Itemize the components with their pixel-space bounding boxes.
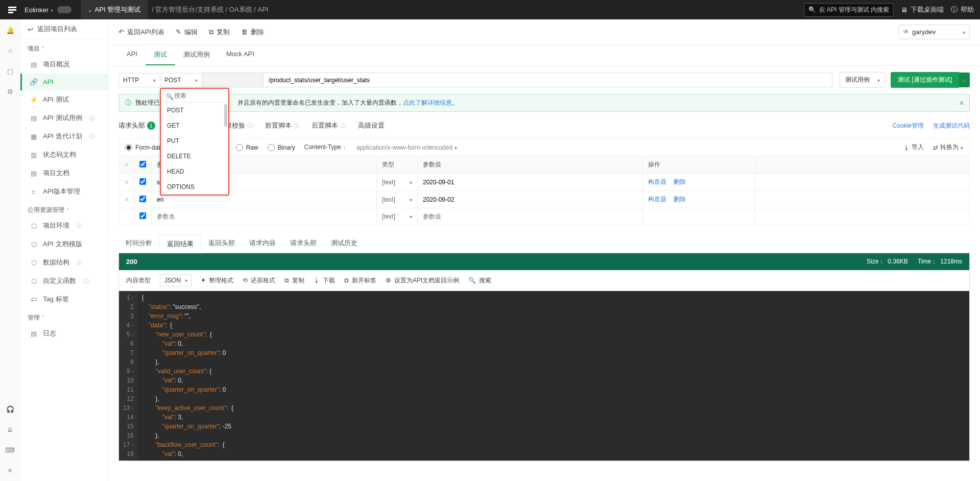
module-selector[interactable]: ⌄ API 管理与测试 <box>81 0 148 19</box>
gen-test-code-link[interactable]: 生成测试代码 <box>933 122 970 130</box>
method-search-input[interactable] <box>165 92 224 99</box>
rtab-history[interactable]: 测试历史 <box>324 234 365 253</box>
chevron-down-icon[interactable] <box>51 6 53 14</box>
star-icon[interactable]: ☆ <box>6 46 15 55</box>
tidy-button[interactable]: ✦整理格式 <box>201 276 233 285</box>
environment-select[interactable]: 👁 garydev <box>898 25 970 39</box>
run-test-split[interactable] <box>959 73 970 87</box>
method-opt-get[interactable]: GET <box>161 118 228 133</box>
edit-button[interactable]: ✎编辑 <box>176 28 198 37</box>
sidebar-item-overview[interactable]: ▤项目概况 <box>20 55 108 74</box>
url-input[interactable] <box>264 73 832 87</box>
delete-link[interactable]: 删除 <box>674 196 686 203</box>
row-check[interactable] <box>139 178 146 185</box>
rtab-result[interactable]: 返回结果 <box>159 235 201 253</box>
copy-button[interactable]: ⧉复制 <box>209 28 230 37</box>
tab-mock-api[interactable]: Mock API <box>218 45 262 65</box>
learn-more-link[interactable]: 点此了解详细信息 <box>403 99 452 107</box>
help-link[interactable]: ⓘ 帮助 <box>951 5 974 14</box>
close-icon[interactable]: ✕ <box>959 100 964 107</box>
gear-icon[interactable]: ⚙ <box>6 87 15 96</box>
ptab-advanced[interactable]: 高级设置 <box>358 118 385 133</box>
rtab-req-headers[interactable]: 请求头部 <box>283 234 324 253</box>
sidebar-item-project-docs[interactable]: ▤项目文档 <box>20 164 108 182</box>
sidebar-item-api[interactable]: 🔗API <box>20 74 108 90</box>
rtab-req-body[interactable]: 请求内容 <box>242 234 283 253</box>
delete-button[interactable]: 🗑删除 <box>241 28 264 37</box>
row-check[interactable] <box>139 212 146 219</box>
run-test-button[interactable]: 测试 [通过插件测试] <box>891 72 959 88</box>
sidebar-item-functions[interactable]: ⬡自定义函数ⓘ <box>20 272 108 290</box>
import-button[interactable]: ⭳导入 <box>903 143 924 152</box>
sidebar-item-iteration[interactable]: ▦API 迭代计划ⓘ <box>20 127 108 146</box>
radio-formdata[interactable]: Form-dat <box>125 144 160 151</box>
content-type-value[interactable]: application/x-www-form-urlencoded <box>356 144 457 151</box>
cookie-manage-link[interactable]: Cookie管理 <box>893 122 924 130</box>
radio-binary[interactable]: Binary <box>268 144 295 151</box>
method-opt-options[interactable]: OPTIONS <box>161 179 228 195</box>
response-code-area[interactable]: 1 -234 -5 -6789 -10111213 -14151617 -18 … <box>119 291 969 461</box>
check-all[interactable] <box>139 161 146 167</box>
search-button[interactable]: 🔍搜索 <box>468 276 491 285</box>
sidebar-section-public[interactable]: 公用资源管理 ˄ <box>20 201 108 217</box>
sidebar-item-logs[interactable]: ▤日志 <box>20 324 108 343</box>
param-name-input[interactable] <box>157 196 371 203</box>
method-opt-delete[interactable]: DELETE <box>161 149 228 164</box>
param-type-select[interactable]: [text] <box>382 179 412 186</box>
ptab-headers[interactable]: 请求头部1 <box>118 118 155 133</box>
param-value-input[interactable] <box>423 179 637 186</box>
method-opt-post[interactable]: POST <box>161 103 228 118</box>
drag-handle[interactable]: ≡ <box>119 191 134 208</box>
testcase-select[interactable]: 测试用例 <box>840 72 886 88</box>
menu-icon[interactable]: ≡ <box>6 466 15 475</box>
param-type-select[interactable]: [text] <box>382 213 412 220</box>
sidebar-item-env[interactable]: ⬡项目环境ⓘ <box>20 217 108 235</box>
drag-handle[interactable]: ≡ <box>119 174 134 191</box>
method-select[interactable]: POST 🔍 POST GET PUT DELETE HEAD OPTIONS <box>160 73 202 87</box>
param-value-input[interactable] <box>423 196 637 203</box>
box-icon[interactable]: ▢ <box>6 66 15 76</box>
method-opt-head[interactable]: HEAD <box>161 164 228 179</box>
row-check[interactable] <box>139 196 146 202</box>
rtab-resp-headers[interactable]: 返回头部 <box>201 234 242 253</box>
scrollbar[interactable] <box>224 104 227 127</box>
sidebar-section-admin[interactable]: 管理 ˄ <box>20 308 108 324</box>
sidebar-item-status-codes[interactable]: ▥状态码文档 <box>20 146 108 164</box>
tab-test-cases[interactable]: 测试用例 <box>175 45 218 65</box>
newtab-button[interactable]: ⧉新开标签 <box>344 276 376 285</box>
sidebar-item-test-cases[interactable]: ▤API 测试用例ⓘ <box>20 109 108 127</box>
sidebar-section-project[interactable]: 项目 ˄ <box>20 39 108 55</box>
protocol-select[interactable]: HTTP <box>118 73 160 87</box>
bell-icon[interactable]: 🔔 <box>6 26 15 35</box>
tab-api[interactable]: API <box>118 45 146 65</box>
builder-link[interactable]: 构造器 <box>648 178 666 185</box>
sidebar-item-templates[interactable]: ⬡API 文档模版 <box>20 235 108 253</box>
ptab-postscript[interactable]: 后置脚本ⓘ <box>312 118 346 133</box>
headset-icon[interactable]: 🎧 <box>6 404 15 414</box>
keyboard-icon[interactable]: ⌨ <box>6 445 15 454</box>
radio-raw[interactable]: Raw <box>236 144 258 151</box>
copy-button[interactable]: ⧉复制 <box>284 276 304 285</box>
convert-button[interactable]: ⇄转换为 <box>933 143 963 152</box>
restore-button[interactable]: ⟲还原格式 <box>243 276 275 285</box>
sidebar-item-data-struct[interactable]: ⬡数据结构ⓘ <box>20 253 108 272</box>
sidebar-item-tags[interactable]: 🏷Tag 标签 <box>20 290 108 308</box>
delete-link[interactable]: 删除 <box>674 178 686 185</box>
download-desktop-link[interactable]: 🖥 下载桌面端 <box>901 5 944 14</box>
back-to-api-list[interactable]: ↶返回API列表 <box>118 28 164 37</box>
method-opt-put[interactable]: PUT <box>161 133 228 149</box>
tab-test[interactable]: 测试 <box>146 45 175 65</box>
rtab-timing[interactable]: 时间分析 <box>118 234 159 253</box>
ptab-prescript[interactable]: 前置脚本ⓘ <box>265 118 299 133</box>
global-search[interactable]: 🔍 在 API 管理与测试 内搜索 <box>804 3 894 17</box>
param-type-select[interactable]: [text] <box>382 196 412 203</box>
set-example-button[interactable]: ⚙设置为API文档返回示例 <box>386 276 459 285</box>
param-value-input[interactable] <box>423 213 637 220</box>
sidebar-item-versions[interactable]: ⎌API版本管理 <box>20 182 108 201</box>
collapse-icon[interactable]: ⇊ <box>6 425 15 434</box>
sidebar-item-api-test[interactable]: ⚡API 测试 <box>20 90 108 109</box>
back-to-projects[interactable]: ↩ 返回项目列表 <box>20 19 108 39</box>
download-button[interactable]: ⭳下载 <box>314 276 335 285</box>
builder-link[interactable]: 构造器 <box>648 196 666 203</box>
format-select[interactable]: JSON <box>160 274 192 286</box>
